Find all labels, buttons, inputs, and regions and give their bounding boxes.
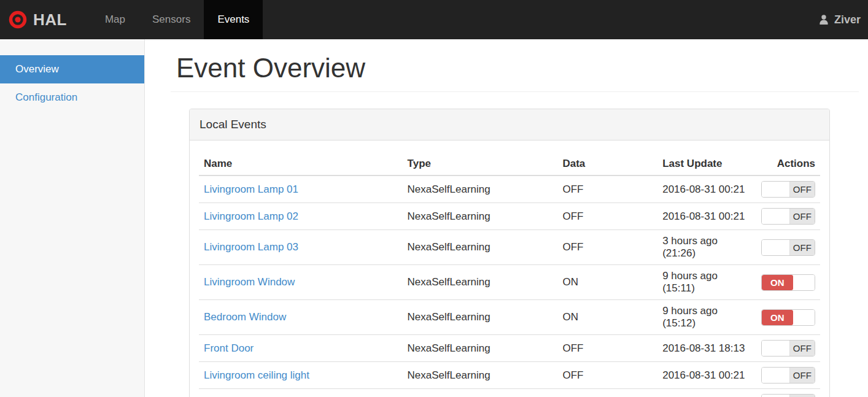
person-icon xyxy=(818,13,830,26)
event-row: Livingroom Lamp 02 NexaSelfLearning OFF … xyxy=(199,203,820,230)
event-last-update: 3 hours ago (21:26) xyxy=(657,230,756,265)
events-table: NameTypeDataLast UpdateActions Livingroo… xyxy=(199,153,820,397)
main-nav: MapSensorsEvents xyxy=(91,0,263,39)
toggle-state-label: OFF xyxy=(790,395,815,397)
toggle-handle xyxy=(762,209,790,224)
event-data: OFF xyxy=(557,175,657,203)
column-header-type: Type xyxy=(403,153,558,175)
toggle-state-label: OFF xyxy=(790,209,815,224)
event-name-link[interactable]: Livingroom ceiling light xyxy=(204,369,309,381)
event-name-link[interactable]: Livingroom Lamp 01 xyxy=(204,183,298,195)
brand[interactable]: HAL xyxy=(0,0,77,39)
event-row: Livingroom Window NexaSelfLearning ON 9 … xyxy=(199,265,820,300)
event-last-update: 9 hours ago (15:12) xyxy=(657,300,756,335)
nav-item-map[interactable]: Map xyxy=(91,0,139,39)
column-header-name: Name xyxy=(199,153,403,175)
event-data: OFF xyxy=(557,203,657,230)
toggle-handle xyxy=(793,310,815,325)
event-type: NexaSelfLearning xyxy=(403,203,558,230)
toggle-state-label: ON xyxy=(762,275,793,290)
event-toggle-switch[interactable]: OFF xyxy=(761,208,815,225)
event-type: NexaSelfLearning xyxy=(403,175,558,203)
event-row: Front Door NexaSelfLearning OFF 2016-08-… xyxy=(199,335,820,362)
event-row: Bedroom Window NexaSelfLearning ON 9 hou… xyxy=(199,300,820,335)
page-header: Event Overview xyxy=(171,39,859,92)
event-row: Livingroom ceiling light NexaSelfLearnin… xyxy=(199,362,820,389)
sidebar-item-configuration[interactable]: Configuration xyxy=(0,83,144,112)
column-header-actions: Actions xyxy=(756,153,820,175)
event-name-link[interactable]: Livingroom Window xyxy=(204,276,295,288)
top-navbar: HAL MapSensorsEvents Ziver xyxy=(0,0,868,39)
event-data: OFF xyxy=(557,362,657,389)
page-title: Event Overview xyxy=(176,53,859,83)
event-name-link[interactable]: Bedroom Window xyxy=(204,311,286,323)
sidebar-item-overview[interactable]: Overview xyxy=(0,55,144,83)
event-type: NexaSelfLearning xyxy=(403,389,558,397)
table-header-row: NameTypeDataLast UpdateActions xyxy=(199,153,820,175)
brand-title: HAL xyxy=(33,10,67,29)
main-content: Event Overview Local Events NameTypeData… xyxy=(145,39,868,397)
event-last-update: 2016-08-31 18:13 xyxy=(657,335,756,362)
event-data: ON xyxy=(557,265,657,300)
toggle-handle xyxy=(762,368,790,383)
column-header-last-update: Last Update xyxy=(657,153,756,175)
toggle-handle xyxy=(762,395,790,397)
toggle-handle xyxy=(762,240,790,255)
event-name-link[interactable]: Front Door xyxy=(204,342,254,354)
nav-item-sensors[interactable]: Sensors xyxy=(139,0,204,39)
toggle-state-label: OFF xyxy=(790,368,815,383)
column-header-data: Data xyxy=(557,153,657,175)
event-data: ON xyxy=(557,300,657,335)
event-last-update: 2016-08-31 00:21 xyxy=(657,362,756,389)
event-last-update: 2016-08-31 00:21 xyxy=(657,389,756,397)
toggle-state-label: OFF xyxy=(790,240,815,255)
event-row: Livingroom Lamp 03 NexaSelfLearning OFF … xyxy=(199,230,820,265)
event-data: OFF xyxy=(557,230,657,265)
page-layout: OverviewConfiguration Event Overview Loc… xyxy=(0,39,868,397)
sidebar: OverviewConfiguration xyxy=(0,39,145,397)
event-type: NexaSelfLearning xyxy=(403,230,558,265)
event-data: OFF xyxy=(557,389,657,397)
event-toggle-switch[interactable]: ON xyxy=(761,309,815,326)
event-row: Diningroom ceiling light NexaSelfLearnin… xyxy=(199,389,820,397)
toggle-handle xyxy=(793,275,815,290)
event-toggle-switch[interactable]: OFF xyxy=(761,367,815,384)
panel-wrap: Local Events NameTypeDataLast UpdateActi… xyxy=(171,92,859,397)
event-last-update: 9 hours ago (15:11) xyxy=(657,265,756,300)
toggle-state-label: OFF xyxy=(790,182,815,197)
user-menu[interactable]: Ziver xyxy=(810,0,868,39)
panel-body: NameTypeDataLast UpdateActions Livingroo… xyxy=(190,141,829,397)
event-toggle-switch[interactable]: OFF xyxy=(761,394,815,397)
event-name-link[interactable]: Livingroom Lamp 03 xyxy=(204,241,298,253)
event-name-link[interactable]: Livingroom Lamp 02 xyxy=(204,210,298,222)
panel-title: Local Events xyxy=(190,109,829,141)
event-data: OFF xyxy=(557,335,657,362)
event-toggle-switch[interactable]: ON xyxy=(761,274,815,291)
nav-item-events[interactable]: Events xyxy=(204,0,263,39)
event-toggle-switch[interactable]: OFF xyxy=(761,239,815,256)
local-events-panel: Local Events NameTypeDataLast UpdateActi… xyxy=(189,109,830,397)
user-name: Ziver xyxy=(834,13,861,26)
toggle-state-label: ON xyxy=(762,310,793,325)
event-type: NexaSelfLearning xyxy=(403,265,558,300)
hal-logo-target-icon xyxy=(9,10,27,29)
event-row: Livingroom Lamp 01 NexaSelfLearning OFF … xyxy=(199,175,820,203)
toggle-handle xyxy=(762,182,790,197)
toggle-state-label: OFF xyxy=(790,341,815,356)
toggle-handle xyxy=(762,341,790,356)
events-table-body: Livingroom Lamp 01 NexaSelfLearning OFF … xyxy=(199,175,820,397)
event-last-update: 2016-08-31 00:21 xyxy=(657,175,756,203)
event-type: NexaSelfLearning xyxy=(403,335,558,362)
event-toggle-switch[interactable]: OFF xyxy=(761,181,815,198)
event-type: NexaSelfLearning xyxy=(403,362,558,389)
event-toggle-switch[interactable]: OFF xyxy=(761,340,815,357)
event-type: NexaSelfLearning xyxy=(403,300,558,335)
event-last-update: 2016-08-31 00:21 xyxy=(657,203,756,230)
